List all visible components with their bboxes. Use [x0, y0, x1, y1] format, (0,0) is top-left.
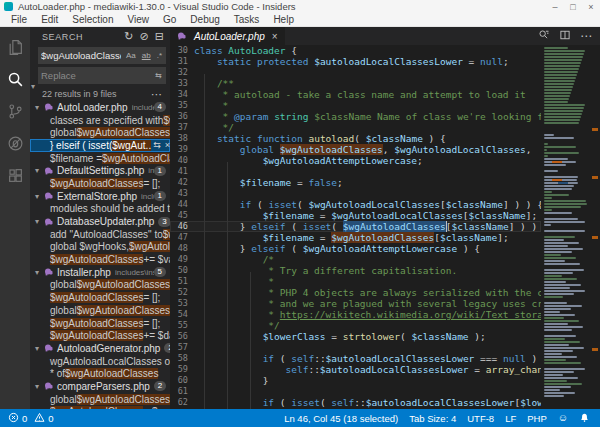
code-line[interactable]: 39 global $wgAutoloadClasses, $wgAutoloa…: [170, 144, 541, 155]
code-line[interactable]: 43: [170, 188, 541, 199]
code-line[interactable]: 58 if ( self::$autoloadLocalClassesLower…: [170, 353, 541, 364]
match-result-row[interactable]: global $wgHooks, $wgAutoloa...: [30, 241, 170, 254]
code-line[interactable]: 41: [170, 166, 541, 177]
split-editor-icon[interactable]: [559, 27, 571, 45]
menu-file[interactable]: File: [4, 13, 34, 27]
code-line[interactable]: 31 static protected $autoloadLocalClasse…: [170, 56, 541, 67]
search-icon[interactable]: [0, 63, 30, 95]
code-line[interactable]: 34 * autoload - take a class name and at…: [170, 89, 541, 100]
chevron-down-icon[interactable]: ▾: [35, 103, 44, 112]
match-result-row[interactable]: $wgAutoloadClasses = [];: [30, 177, 170, 190]
open-new-search-editor-icon[interactable]: [538, 27, 550, 45]
match-result-row[interactable]: * of $wgAutoloadClasses: [30, 367, 170, 380]
file-result-row[interactable]: ▾compareParsers.phpma...2: [30, 380, 170, 393]
match-result-row[interactable]: $wgAutoloadClasses += $data...: [30, 329, 170, 342]
code-line[interactable]: 55 */: [170, 320, 541, 331]
notifications-status[interactable]: [579, 412, 590, 425]
code-line[interactable]: 59 self::$autoloadLocalClassesLower = ar…: [170, 364, 541, 375]
menu-help[interactable]: Help: [266, 13, 301, 27]
code-line[interactable]: 48 } elseif ( $wgAutoloadAttemptLowercas…: [170, 243, 541, 254]
match-result-row[interactable]: global $wgAutoloadClasses;: [30, 304, 170, 317]
menu-selection[interactable]: Selection: [65, 13, 120, 27]
code-line[interactable]: 52 * PHP 4 objects are always serialized…: [170, 287, 541, 298]
match-result-row[interactable]: $filename = $wgAutoloadClass..: [30, 152, 170, 165]
code-line[interactable]: 53 * and we are plagued with several leg…: [170, 298, 541, 309]
code-line[interactable]: 30class AutoLoader {: [170, 45, 541, 56]
whole-word-toggle[interactable]: ab: [140, 50, 153, 62]
replace-icon[interactable]: ⇆: [153, 140, 161, 150]
debug-icon[interactable]: [0, 127, 30, 159]
replace-input[interactable]: [38, 70, 153, 81]
search-input[interactable]: [38, 50, 124, 61]
tab-close-icon[interactable]: ×: [272, 31, 278, 42]
code-line[interactable]: 45 $filename = $wgAutoloadLocalClasses[$…: [170, 210, 541, 221]
file-result-row[interactable]: ▾ExternalStore.phpinclud...1: [30, 190, 170, 203]
menu-edit[interactable]: Edit: [34, 13, 65, 27]
file-result-row[interactable]: ▾DefaultSettings.phpincl...1: [30, 164, 170, 177]
replace-all-icon[interactable]: ⇆: [153, 70, 164, 82]
collapse-all-icon[interactable]: ⊟: [155, 31, 164, 42]
eol-status[interactable]: LF: [505, 413, 516, 424]
code-line[interactable]: 54 * https://wikitech.wikimedia.org/wiki…: [170, 309, 541, 320]
match-result-row[interactable]: global $wgAutoloadClasses;: [30, 393, 170, 406]
match-result-row[interactable]: modules should be added to $..: [30, 203, 170, 216]
menu-debug[interactable]: Debug: [183, 13, 226, 27]
use-regex-toggle[interactable]: .*: [155, 50, 164, 62]
chevron-down-icon[interactable]: ▾: [35, 344, 44, 353]
chevron-down-icon[interactable]: ▾: [35, 217, 44, 226]
file-result-row[interactable]: ▾AutoloadGenerator.php...2: [30, 342, 170, 355]
code-line[interactable]: 32: [170, 67, 541, 78]
code-line[interactable]: 50 * Try a different capitalisation.: [170, 265, 541, 276]
match-result-row[interactable]: $wgAutoloadClasses += $vars[...: [30, 253, 170, 266]
code-line[interactable]: 44 if ( isset( $wgAutoloadLocalClasses[$…: [170, 199, 541, 210]
code-line[interactable]: 61: [170, 386, 541, 397]
code-line[interactable]: 33 /**: [170, 78, 541, 89]
match-result-row[interactable]: $wgAutoloadClasses = [];: [30, 317, 170, 330]
match-case-toggle[interactable]: Aa: [124, 50, 138, 62]
code-line[interactable]: 42 $filename = false;: [170, 177, 541, 188]
menu-go[interactable]: Go: [156, 13, 183, 27]
encoding-status[interactable]: UTF-8: [467, 413, 494, 424]
tab-autoloader-php[interactable]: AutoLoader.php ×: [170, 27, 285, 45]
errors-status[interactable]: 0: [8, 412, 27, 425]
match-result-row[interactable]: global $wgAutoloadClasses, $w..: [30, 126, 170, 139]
menu-view[interactable]: View: [121, 13, 157, 27]
feedback-status[interactable]: ☺: [558, 413, 568, 423]
explorer-icon[interactable]: [0, 31, 30, 63]
code-line[interactable]: 49 /*: [170, 254, 541, 265]
match-result-row[interactable]: wgAutoloadLocalClasses or $w...: [30, 355, 170, 368]
code-line[interactable]: 62 if ( isset( self::$autoloadLocalClass…: [170, 397, 541, 408]
close-icon[interactable]: ×: [582, 2, 600, 12]
toggle-replace-icon[interactable]: ▾: [31, 82, 35, 91]
code-line[interactable]: 36 * @param string $className Name of cl…: [170, 111, 541, 122]
source-control-icon[interactable]: [0, 95, 30, 127]
code-line[interactable]: 60 }: [170, 375, 541, 386]
indentation-status[interactable]: Tab Size: 4: [409, 413, 456, 424]
file-result-row[interactable]: ▾DatabaseUpdater.phpi...3: [30, 215, 170, 228]
language-mode-status[interactable]: PHP: [527, 413, 547, 424]
match-result-row[interactable]: global $wgAutoloadClasses;: [30, 279, 170, 292]
more-actions-icon[interactable]: ⋯: [580, 33, 592, 39]
code-editor[interactable]: 30class AutoLoader {31 static protected …: [170, 45, 541, 409]
code-line[interactable]: 56 $lowerClass = strtolower( $className …: [170, 331, 541, 342]
match-result-row[interactable]: } elseif ( isset( $wgAut..⇆×: [30, 139, 170, 152]
code-line[interactable]: 47 $filename = $wgAutoloadClasses[$class…: [170, 232, 541, 243]
minimize-icon[interactable]: –: [546, 2, 564, 12]
cursor-position-status[interactable]: Ln 46, Col 45 (18 selected): [284, 413, 398, 424]
maximize-icon[interactable]: □: [564, 2, 582, 12]
code-line[interactable]: 35 *: [170, 100, 541, 111]
code-line[interactable]: 37 */: [170, 122, 541, 133]
file-result-row[interactable]: ▾Installer.phpincludes\ins...5: [30, 266, 170, 279]
toggle-search-details-icon[interactable]: ⋯: [151, 90, 162, 98]
chevron-down-icon[interactable]: ▾: [35, 268, 44, 277]
code-line[interactable]: 51 *: [170, 276, 541, 287]
warnings-status[interactable]: 0: [34, 412, 53, 425]
match-result-row[interactable]: add "AutoloadClasses" to $wg...: [30, 228, 170, 241]
refresh-icon[interactable]: ↻: [124, 31, 133, 42]
code-line[interactable]: 38 static function autoload( $className …: [170, 133, 541, 144]
overview-ruler-scrollbar[interactable]: [590, 45, 600, 409]
code-line[interactable]: 57: [170, 342, 541, 353]
menu-tasks[interactable]: Tasks: [227, 13, 267, 27]
minimap[interactable]: [541, 45, 590, 409]
match-result-row[interactable]: $wgAutoloadClasses = [];: [30, 291, 170, 304]
